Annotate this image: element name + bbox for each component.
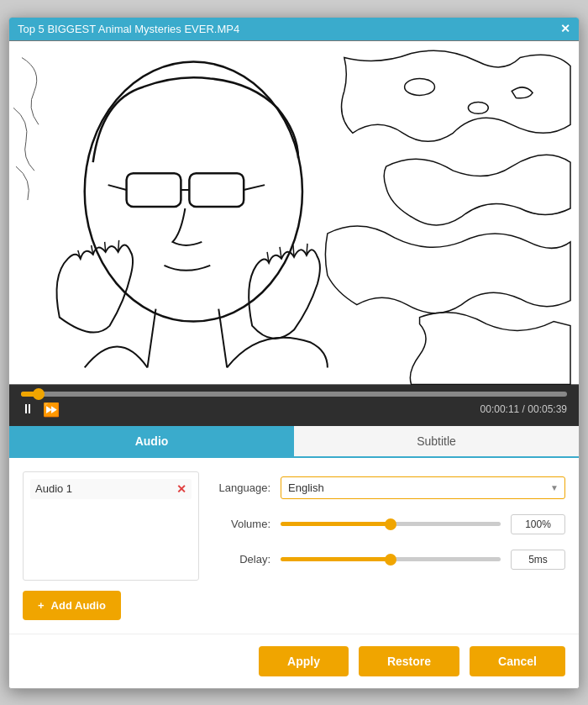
volume-track[interactable]: [281, 522, 501, 526]
language-setting-row: Language: English French German Spanish …: [216, 476, 565, 499]
playback-row: ⏸ ⏩ 00:00:11 / 00:05:39: [21, 402, 567, 418]
delay-thumb[interactable]: [385, 554, 396, 566]
close-button[interactable]: ✕: [560, 23, 570, 34]
progress-row: [21, 392, 567, 397]
progress-thumb[interactable]: [33, 388, 45, 400]
remove-audio-button[interactable]: ✕: [176, 482, 186, 496]
tabs-bar: Audio Subtitle: [9, 426, 579, 458]
window-title: Top 5 BIGGEST Animal Mysteries EVER.MP4: [18, 23, 239, 35]
progress-track[interactable]: [21, 392, 567, 397]
language-select-wrapper: English French German Spanish Italian Ja…: [281, 476, 565, 499]
main-window: Top 5 BIGGEST Animal Mysteries EVER.MP4 …: [8, 17, 580, 689]
tab-subtitle[interactable]: Subtitle: [294, 426, 579, 456]
delay-slider-container: [281, 557, 501, 561]
volume-spinbox[interactable]: [511, 514, 565, 534]
settings-column: Language: English French German Spanish …: [216, 471, 565, 620]
language-select[interactable]: English French German Spanish Italian Ja…: [281, 476, 565, 499]
add-audio-plus: +: [38, 599, 45, 612]
audio-panel: Audio 1 ✕ + Add Audio Language: English …: [9, 458, 579, 634]
tab-audio[interactable]: Audio: [9, 426, 294, 456]
volume-slider-container: [281, 522, 501, 526]
delay-track[interactable]: [281, 557, 501, 561]
fast-forward-button[interactable]: ⏩: [43, 402, 60, 418]
volume-label: Volume:: [216, 518, 270, 530]
volume-thumb[interactable]: [385, 518, 396, 530]
play-pause-button[interactable]: ⏸: [21, 402, 34, 417]
video-sketch-image: [9, 40, 579, 385]
time-separator: /: [519, 403, 528, 415]
list-item: Audio 1 ✕: [30, 479, 192, 499]
audio-item-name: Audio 1: [35, 482, 72, 495]
title-bar: Top 5 BIGGEST Animal Mysteries EVER.MP4 …: [9, 18, 579, 40]
delay-setting-row: Delay:: [216, 550, 565, 570]
total-time: 00:05:39: [528, 403, 567, 415]
add-audio-button[interactable]: + Add Audio: [23, 591, 121, 620]
apply-button[interactable]: Apply: [259, 646, 349, 676]
add-audio-label: Add Audio: [51, 599, 106, 612]
svg-line-13: [293, 245, 294, 256]
footer-buttons: Apply Restore Cancel: [9, 634, 579, 688]
audio-list-column: Audio 1 ✕ + Add Audio: [23, 471, 199, 620]
delay-spinbox[interactable]: [511, 550, 565, 570]
current-time: 00:00:11: [480, 403, 520, 415]
delay-label: Delay:: [216, 553, 270, 566]
volume-setting-row: Volume:: [216, 514, 565, 534]
svg-line-14: [307, 243, 307, 255]
svg-line-9: [105, 241, 106, 251]
playback-left: ⏸ ⏩: [21, 402, 60, 418]
cancel-button[interactable]: Cancel: [470, 646, 565, 676]
svg-line-10: [118, 239, 119, 251]
restore-button[interactable]: Restore: [359, 646, 459, 676]
language-label: Language:: [216, 481, 270, 494]
time-display: 00:00:11 / 00:05:39: [480, 403, 567, 415]
video-preview: [9, 40, 579, 385]
controls-bar: ⏸ ⏩ 00:00:11 / 00:05:39: [9, 385, 579, 426]
audio-list: Audio 1 ✕: [23, 471, 199, 581]
